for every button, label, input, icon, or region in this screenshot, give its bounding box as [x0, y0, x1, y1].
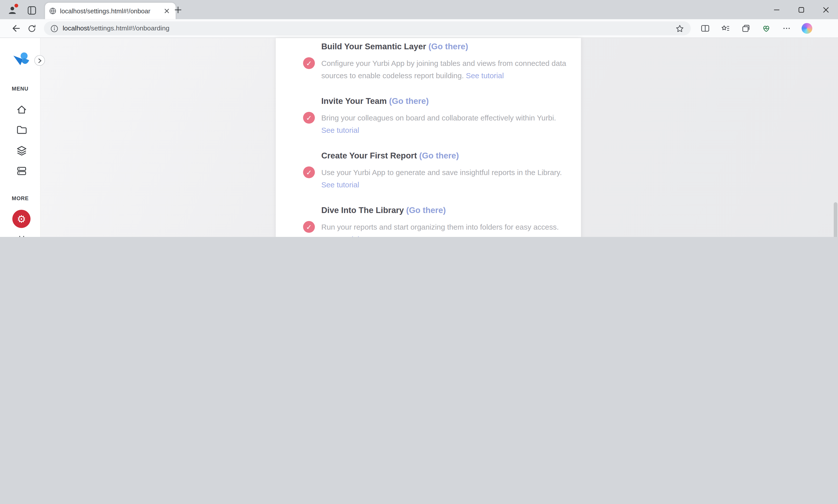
checklist-item: Invite Your Team (Go there) ✓ Bring your…	[303, 95, 568, 136]
status-badge: ✓	[303, 57, 315, 69]
essentials-icon[interactable]	[759, 21, 773, 35]
onboarding-checklist: Build Your Semantic Layer (Go there) ✓ C…	[276, 38, 581, 237]
sidebar-item-home[interactable]	[15, 103, 28, 116]
maximize-button[interactable]	[789, 0, 813, 19]
see-tutorial-link[interactable]: See tutorial	[321, 126, 359, 134]
sidebar-item-data-layers[interactable]	[15, 144, 28, 157]
onboarding-card: Build Your Semantic Layer (Go there) ✓ C…	[276, 38, 581, 237]
checklist-item-description: Configure your Yurbi App by joining tabl…	[321, 57, 568, 82]
checklist-item: Dive Into The Library (Go there) ✓ Run y…	[303, 204, 568, 237]
checklist-item-description: Bring your colleagues on board and colla…	[321, 112, 568, 136]
tab-close-icon[interactable]	[162, 6, 171, 16]
back-icon[interactable]	[7, 21, 24, 36]
refresh-icon[interactable]	[24, 21, 40, 36]
sidebar-item-folders[interactable]	[15, 123, 28, 136]
profile-icon[interactable]	[5, 3, 19, 17]
star-icon[interactable]	[675, 24, 684, 33]
see-tutorial-link[interactable]: See tutorial	[466, 71, 504, 79]
status-badge: ✓	[303, 166, 315, 178]
go-there-link[interactable]: (Go there)	[406, 205, 446, 215]
scrollbar-thumb[interactable]	[834, 202, 838, 237]
checklist-item-title: Create Your First Report (Go there)	[321, 150, 568, 162]
settings-gear-icon: ⚙	[17, 214, 26, 224]
url-text[interactable]: localhost/settings.html#!/onboarding	[63, 25, 671, 32]
menu-section-label: MENU	[12, 86, 29, 91]
sidebar-item-servers[interactable]	[15, 164, 28, 177]
new-tab-button[interactable]	[172, 4, 184, 16]
screen: localhost/settings.html#!/onboar	[0, 0, 838, 237]
checklist-item-title: Invite Your Team (Go there)	[321, 95, 568, 107]
sidebar-item-schedule[interactable]	[15, 234, 28, 237]
sidebar-expand-button[interactable]	[34, 55, 45, 66]
minimize-button[interactable]	[764, 0, 789, 19]
checklist-item: Create Your First Report (Go there) ✓ Us…	[303, 150, 568, 191]
more-icon[interactable]	[780, 21, 793, 35]
toolbar-icons	[698, 21, 814, 35]
app-sidebar: MENU MORE ⚙ 24	[0, 38, 41, 237]
go-there-link[interactable]: (Go there)	[429, 42, 468, 51]
info-icon[interactable]	[50, 24, 58, 33]
see-tutorial-link[interactable]: See tutorial	[321, 235, 359, 237]
checklist-item-description: Use your Yurbi App to generate and save …	[321, 166, 568, 191]
status-badge: ✓	[303, 221, 315, 233]
close-button[interactable]	[813, 0, 838, 19]
page-content: MENU MORE ⚙ 24	[0, 38, 838, 237]
more-section-label: MORE	[12, 195, 29, 201]
window-controls	[764, 0, 838, 19]
sidebar-item-settings-active[interactable]: ⚙	[12, 210, 31, 228]
tab-actions-icon[interactable]	[26, 4, 37, 16]
split-screen-icon[interactable]	[698, 21, 712, 35]
tab-strip: localhost/settings.html#!/onboar	[0, 0, 838, 19]
checklist-item: Build Your Semantic Layer (Go there) ✓ C…	[303, 41, 568, 82]
collections-icon[interactable]	[739, 21, 753, 35]
see-tutorial-link[interactable]: See tutorial	[321, 180, 359, 188]
checklist-item-description: Run your reports and start organizing th…	[321, 221, 568, 237]
browser-toolbar: localhost/settings.html#!/onboarding	[0, 19, 838, 38]
tab-title: localhost/settings.html#!/onboar	[60, 7, 159, 15]
status-badge: ✓	[303, 112, 315, 124]
go-there-link[interactable]: (Go there)	[389, 96, 429, 105]
browser-tab[interactable]: localhost/settings.html#!/onboar	[45, 3, 176, 19]
favorites-icon[interactable]	[719, 21, 733, 35]
copilot-icon[interactable]	[800, 21, 814, 35]
address-bar[interactable]: localhost/settings.html#!/onboarding	[44, 21, 691, 35]
checklist-item-title: Build Your Semantic Layer (Go there)	[321, 41, 568, 53]
globe-icon	[49, 7, 56, 15]
checklist-item-title: Dive Into The Library (Go there)	[321, 204, 568, 216]
yurbi-logo[interactable]	[11, 51, 31, 70]
go-there-link[interactable]: (Go there)	[419, 151, 459, 160]
notification-dot-icon	[14, 3, 19, 8]
